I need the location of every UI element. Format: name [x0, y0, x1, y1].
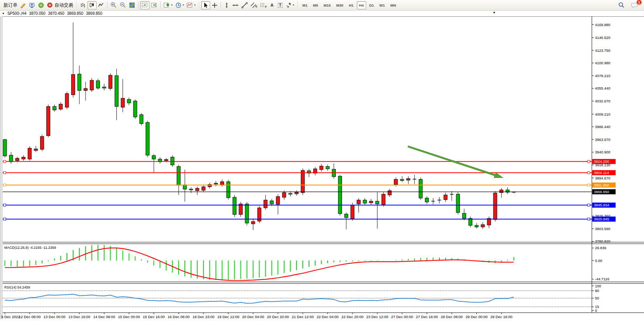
candlestick-chart-button[interactable]	[88, 1, 97, 9]
svg-text:12 Dec 08:00: 12 Dec 08:00	[19, 315, 41, 319]
ohlc-close: 3869.850	[86, 11, 102, 16]
chart-canvas[interactable]: 4169.9804146.5204123.7504100.9804078.210…	[0, 16, 644, 322]
zoom-out-button[interactable]	[118, 1, 128, 9]
macd-pane[interactable]	[5, 245, 514, 281]
timeframe-m15-button[interactable]: M15	[321, 1, 333, 9]
crosshair-button[interactable]	[210, 1, 219, 9]
fibonacci-button[interactable]: F	[258, 1, 268, 9]
bar-chart-button[interactable]	[79, 1, 88, 9]
svg-text:3820.845: 3820.845	[594, 217, 609, 221]
ohlc-open: 3870.050	[29, 11, 46, 16]
rsi-label: RSI(14) 54.2459	[4, 285, 30, 289]
time-axis[interactable]: 9 Dec 202212 Dec 08:0013 Dec 00:0013 Dec…	[1, 313, 512, 319]
svg-text:3904.114: 3904.114	[594, 171, 609, 175]
terminal-button[interactable]	[28, 1, 37, 9]
svg-text:0.00: 0.00	[595, 259, 602, 263]
auto-trading-button[interactable]: 自动交易	[46, 1, 74, 9]
trendline-button[interactable]	[240, 1, 249, 9]
timeframe-h4-button[interactable]: H4	[357, 1, 366, 9]
svg-text:4100.980: 4100.980	[595, 61, 611, 65]
rsi-pane[interactable]	[3, 291, 592, 307]
text-label-button[interactable]: T	[276, 1, 284, 9]
svg-text:100: 100	[595, 284, 601, 288]
svg-text:9 Dec 2022: 9 Dec 2022	[1, 315, 20, 319]
timeframe-h1-button[interactable]: H1	[346, 1, 356, 9]
svg-text:3845.934: 3845.934	[594, 203, 609, 207]
channel-letter: E	[256, 5, 258, 8]
cursor-button[interactable]	[201, 1, 210, 9]
toolbar-grip	[297, 2, 298, 9]
horizontal-line-button[interactable]	[231, 1, 240, 9]
svg-text:29 Dec 00:00: 29 Dec 00:00	[465, 315, 488, 319]
svg-text:22 Dec 20:00: 22 Dec 20:00	[341, 315, 363, 319]
svg-text:27 Dec 16:00: 27 Dec 16:00	[416, 315, 438, 319]
signals-button[interactable]	[37, 1, 46, 9]
trendline-icon	[241, 2, 248, 9]
svg-text:3963.670: 3963.670	[595, 137, 611, 142]
chart-header: ▼ SP500-,H4 3870.050 3870.450 3869.850 3…	[0, 11, 644, 16]
svg-text:4078.210: 4078.210	[595, 74, 611, 78]
notification-badge: 1	[636, 0, 642, 5]
svg-text:23 Dec 12:00: 23 Dec 12:00	[366, 315, 388, 319]
arrows-button[interactable]: ▾	[284, 1, 296, 9]
zoom-in-button[interactable]	[109, 1, 118, 9]
metaeditor-button[interactable]	[19, 1, 28, 9]
svg-text:13 Dec 16:00: 13 Dec 16:00	[68, 315, 91, 319]
chevron-down-icon: ▾	[171, 4, 173, 7]
monitor-icon	[29, 2, 35, 9]
chart-shift-icon	[151, 2, 158, 9]
svg-text:3894.670: 3894.670	[595, 176, 611, 180]
svg-text:28 Dec 08:00: 28 Dec 08:00	[441, 315, 463, 319]
template-icon	[186, 2, 193, 9]
auto-trading-label: 自动交易	[54, 2, 73, 9]
svg-text:3924.200: 3924.200	[594, 159, 609, 164]
search-button[interactable]	[617, 1, 626, 9]
price-axis[interactable]: 4169.9804146.5204123.7504100.9804078.210…	[592, 23, 616, 313]
crosshair-icon	[211, 2, 218, 9]
candlestick-chart-icon	[89, 2, 95, 9]
tile-windows-button[interactable]	[128, 1, 137, 9]
chart-shift-button[interactable]	[149, 1, 159, 9]
svg-text:3881.950: 3881.950	[594, 183, 609, 187]
toolbar-right: 1	[617, 1, 640, 9]
periods-button[interactable]: ▾	[174, 1, 186, 9]
ohlc-low: 3869.850	[67, 11, 83, 16]
zoom-in-icon	[110, 2, 117, 9]
zoom-out-icon	[119, 2, 126, 9]
toolbar-separator	[221, 2, 221, 9]
clock-icon	[175, 2, 182, 9]
chart-shift-marker[interactable]: ▼	[493, 11, 496, 14]
arrows-icon	[286, 2, 292, 9]
notifications-button[interactable]: 1	[630, 1, 640, 9]
macd-label: MACD(12,26,9) -4.2165 -11.2369	[4, 246, 56, 250]
channel-button[interactable]: E	[249, 1, 259, 9]
new-order-button[interactable]: 新订单	[1, 1, 19, 9]
templates-button[interactable]: ▾	[185, 1, 197, 9]
search-icon	[618, 2, 625, 9]
svg-text:21 Dec 12:00: 21 Dec 12:00	[292, 315, 314, 319]
cursor-icon	[202, 2, 209, 9]
vertical-line-button[interactable]	[223, 1, 231, 9]
svg-text:4009.210: 4009.210	[595, 112, 611, 116]
toolbar-grip	[75, 2, 77, 9]
collapse-arrow-icon[interactable]: ▼	[2, 12, 5, 15]
indicators-button[interactable]: ▾	[162, 1, 174, 9]
timeframe-m1-button[interactable]: M1	[300, 1, 310, 9]
vertical-line-icon	[224, 2, 230, 9]
timeframe-m30-button[interactable]: M30	[334, 1, 346, 9]
svg-text:4032.670: 4032.670	[595, 99, 611, 103]
timeframe-w1-button[interactable]: W1	[377, 1, 387, 9]
svg-text:4123.750: 4123.750	[595, 48, 611, 53]
ohlc-high: 3870.450	[48, 11, 65, 16]
line-chart-button[interactable]	[97, 1, 105, 9]
timeframe-m5-button[interactable]: M5	[311, 1, 320, 9]
indicators-icon	[163, 2, 170, 9]
price-pane[interactable]	[3, 23, 592, 230]
svg-text:4169.980: 4169.980	[595, 23, 611, 27]
timeframe-d1-button[interactable]: D1	[367, 1, 376, 9]
toolbar-separator	[160, 2, 161, 9]
auto-scroll-button[interactable]	[140, 1, 149, 9]
text-button[interactable]: A	[268, 1, 276, 9]
timeframe-mn-button[interactable]: MN	[388, 1, 398, 9]
signal-icon	[38, 2, 44, 9]
